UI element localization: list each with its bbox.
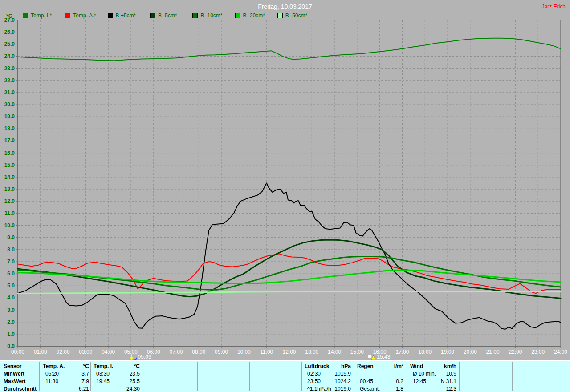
marker-time-label: 15:43 (377, 354, 390, 360)
table-column-separator (407, 362, 407, 391)
table-column-separator (512, 362, 513, 391)
table-group-unit: km/h (410, 363, 456, 370)
x-tick-label: 01:00 (34, 349, 47, 355)
horizon-wave-icon (134, 358, 137, 360)
y-tick-label: 23.0 (4, 65, 15, 72)
y-tick-label: 15.0 (4, 162, 15, 168)
table-cell-value: 10.9 (410, 370, 456, 377)
table-group-unit: l/m² (357, 363, 403, 370)
table-group-unit: °C (43, 363, 89, 370)
y-tick-label: 20.0 (4, 101, 15, 108)
table-row-label: Sensor (4, 363, 38, 370)
table-column-separator (301, 362, 302, 391)
y-tick-label: 26.0 (4, 29, 15, 35)
y-tick-label: 12.0 (4, 198, 15, 204)
sun-up-arrow-icon (371, 355, 375, 360)
x-tick-label: 20:00 (464, 349, 477, 355)
y-tick-label: 25.0 (4, 41, 15, 47)
x-tick-label: 05:00 (124, 349, 138, 355)
y-tick-label: 5.0 (7, 283, 15, 289)
table-column-separator (354, 362, 354, 391)
table-cell-value: 12.3 (410, 385, 456, 392)
y-tick-label: 27.0 (4, 17, 15, 23)
table-column-separator (459, 362, 460, 391)
y-tick-label: 18.0 (4, 125, 15, 132)
y-tick-label: 24.0 (4, 53, 15, 59)
y-tick-label: 19.0 (4, 113, 15, 120)
table-column-separator (249, 362, 250, 391)
x-tick-label: 07:00 (170, 349, 183, 355)
table-cell-value: 1024.2 (305, 378, 351, 385)
marker-time-label: 05:09 (138, 354, 151, 360)
x-tick-label: 13:00 (305, 349, 318, 355)
x-tick-label: 04:00 (102, 349, 115, 355)
table-cell-value: 1019.0 (305, 385, 351, 392)
x-tick-label: 24:00 (554, 349, 567, 355)
plot-border (18, 20, 561, 346)
x-tick-label: 19:00 (441, 349, 454, 355)
y-tick-label: 21.0 (4, 89, 15, 96)
sun-up-arrow-icon (368, 355, 371, 358)
y-tick-label: 14.0 (4, 174, 15, 180)
y-tick-label: 11.0 (4, 210, 15, 216)
table-row-label: MinWert (4, 370, 38, 377)
y-tick-label: 3.0 (7, 307, 15, 313)
table-cell-value: 6.21 (43, 385, 89, 392)
y-tick-label: 17.0 (4, 137, 15, 144)
table-cell-value: N 31.1 (410, 378, 456, 385)
series-b-50cm (18, 291, 561, 294)
y-tick-label: 7.0 (7, 259, 15, 265)
y-tick-label: 0.0 (7, 343, 15, 349)
table-column-separator (39, 362, 40, 391)
table-group-unit: hPa (305, 363, 351, 370)
table-row-label: Durchschnitt (4, 385, 38, 392)
x-tick-label: 21:00 (486, 349, 500, 355)
table-cell-value: 1.8 (357, 385, 403, 392)
y-tick-label: 2.0 (7, 319, 15, 325)
y-tick-label: 22.0 (4, 77, 15, 84)
x-tick-label: 18:00 (418, 349, 432, 355)
y-tick-label: 13.0 (4, 186, 15, 192)
table-cell-value: 3.7 (43, 370, 89, 377)
y-tick-label: 1.0 (7, 331, 15, 337)
x-tick-label: 22:00 (509, 349, 522, 355)
table-column-separator (197, 362, 198, 391)
x-tick-label: 15:00 (350, 349, 364, 355)
sun-down-arrow-icon (130, 357, 134, 360)
table-row-label: MaxWert (4, 378, 38, 385)
y-tick-label: 10.0 (4, 222, 15, 229)
y-tick-label: 9.0 (7, 234, 15, 241)
chart-plot-area[interactable]: 0.01.02.03.04.05.06.07.08.09.010.011.012… (0, 0, 570, 361)
x-tick-label: 11:00 (260, 349, 273, 355)
y-tick-label: 8.0 (7, 247, 15, 253)
table-cell-value: 0.2 (357, 378, 403, 385)
x-tick-label: 14:00 (328, 349, 341, 355)
x-tick-label: 03:00 (79, 349, 92, 355)
x-tick-label: 08:00 (192, 349, 205, 355)
table-cell-value: 23.5 (94, 370, 140, 377)
x-tick-label: 09:00 (215, 349, 228, 355)
x-tick-label: 02:00 (57, 349, 70, 355)
x-tick-label: 12:00 (282, 349, 296, 355)
table-cell-value: 7.9 (43, 378, 89, 385)
statistics-panel: SensorMinWertMaxWertDurchschnittTemp. A.… (0, 360, 570, 392)
table-cell-value: 24.30 (94, 385, 140, 392)
y-tick-label: 6.0 (7, 271, 15, 277)
table-group-unit: °C (94, 363, 140, 370)
y-tick-label: 16.0 (4, 150, 15, 156)
table-column-separator (90, 362, 91, 391)
app-window: { "header": { "title": "Freitag, 10.03.2… (0, 0, 570, 392)
x-tick-label: 10:00 (237, 349, 251, 355)
x-tick-label: 00:00 (11, 349, 24, 355)
table-cell-value: 25.5 (94, 378, 140, 385)
table-column-separator (142, 362, 143, 391)
y-tick-label: 4.0 (7, 295, 15, 301)
x-tick-label: 23:00 (531, 349, 545, 355)
table-cell-value: 1015.9 (305, 370, 351, 377)
x-tick-label: 17:00 (395, 349, 409, 355)
